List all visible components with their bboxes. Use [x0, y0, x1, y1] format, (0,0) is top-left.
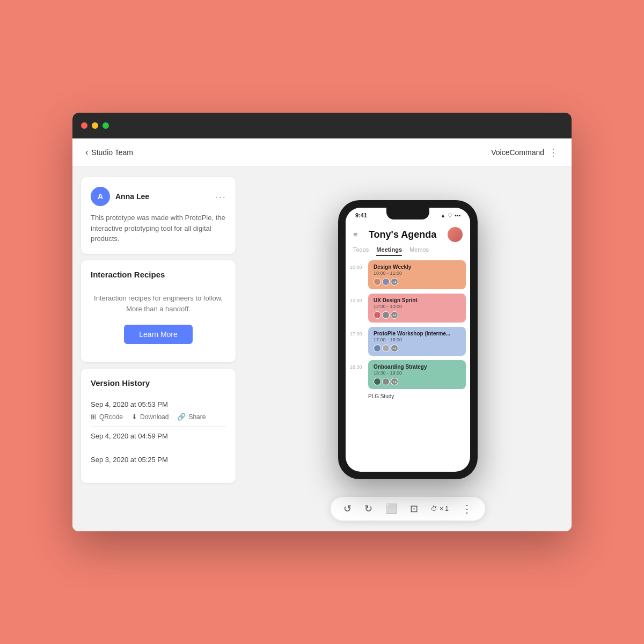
zoom-control[interactable]: ⏱ × 1: [431, 505, 449, 513]
event-time-3: 17:00 - 18:00: [374, 337, 460, 342]
schedule-row-2: 12:00 UX Design Sprint 12:00 - 13:00 +4: [346, 291, 470, 325]
redo-icon[interactable]: ↻: [364, 503, 372, 515]
event-design-weekly[interactable]: Design Weekly 10:00 - 11:00 +4: [368, 260, 466, 289]
event-avatar: [374, 311, 381, 319]
phone-screen: 9:41 ▲ ♡ ▪▪▪ ≡ Tony's Agenda: [346, 208, 470, 472]
phone-user-avatar: [448, 227, 463, 242]
minimize-dot[interactable]: [92, 122, 98, 129]
time-label-2: 12:00: [350, 294, 366, 303]
agenda-title: Tony's Agenda: [369, 229, 436, 240]
sidebar: A Anna Lee ··· This prototype was made w…: [72, 166, 244, 531]
maximize-dot[interactable]: [103, 122, 109, 129]
phone-container: 9:41 ▲ ♡ ▪▪▪ ≡ Tony's Agenda: [338, 182, 478, 497]
event-avatar: [382, 311, 390, 319]
time-label-4: 18:30: [350, 360, 366, 370]
frame-icon[interactable]: ⬜: [385, 503, 397, 515]
share-action[interactable]: 🔗 Share: [177, 413, 206, 421]
download-icon: ⬇: [131, 413, 137, 421]
project-name: VoiceCommand: [491, 148, 544, 157]
recipes-description: Interaction recipes for engineers to fol…: [91, 293, 226, 316]
qrcode-label: QRcode: [99, 413, 123, 421]
time-label-1: 10:00: [350, 260, 366, 270]
user-description: This prototype was made with ProtoPie, t…: [91, 213, 226, 244]
toolbar-more-icon[interactable]: ⋮: [462, 502, 472, 515]
plg-label: PLG Study: [368, 393, 394, 399]
schedule-row-1: 10:00 Design Weekly 10:00 - 11:00 +4: [346, 258, 470, 291]
event-count-3: +4: [391, 345, 398, 352]
user-card-header: A Anna Lee ···: [91, 187, 226, 206]
download-label: Download: [140, 413, 169, 421]
version-history-title: Version History: [91, 378, 226, 387]
event-avatar: [382, 378, 390, 385]
qrcode-icon: ⊞: [91, 413, 97, 421]
event-avatars-3: +4: [374, 345, 460, 352]
schedule-row-4: 18:30 Onboarding Strategy 18:30 - 19:00 …: [346, 358, 470, 391]
event-avatar: [374, 378, 381, 385]
learn-more-button[interactable]: Learn More: [124, 325, 193, 344]
event-onboarding[interactable]: Onboarding Strategy 18:30 - 19:00 +4: [368, 360, 466, 389]
browser-titlebar: [72, 113, 572, 138]
user-info: A Anna Lee: [91, 187, 149, 206]
event-time-4: 18:30 - 19:00: [374, 370, 460, 376]
zoom-label: × 1: [440, 505, 449, 513]
app-body: A Anna Lee ··· This prototype was made w…: [72, 166, 572, 531]
clock-icon: ⏱: [431, 505, 437, 513]
event-title-4: Onboarding Strategy: [374, 364, 460, 370]
qrcode-action[interactable]: ⊞ QRcode: [91, 413, 123, 421]
phone-app-header: ≡ Tony's Agenda: [346, 223, 470, 242]
hamburger-icon: ≡: [353, 230, 357, 239]
event-time-1: 10:00 - 11:00: [374, 270, 460, 276]
header-right: VoiceCommand ⋮: [491, 147, 559, 158]
event-avatars-2: +4: [374, 311, 460, 319]
project-menu-icon[interactable]: ⋮: [548, 147, 559, 158]
recipes-body: Interaction recipes for engineers to fol…: [91, 288, 226, 353]
replay-icon[interactable]: ↺: [343, 503, 352, 515]
plg-row: PLG Study: [346, 391, 470, 401]
phone-mockup: 9:41 ▲ ♡ ▪▪▪ ≡ Tony's Agenda: [338, 200, 478, 479]
preview-toolbar: ↺ ↻ ⬜ ⊡ ⏱ × 1 ⋮: [331, 497, 485, 521]
event-ux-sprint[interactable]: UX Design Sprint 12:00 - 13:00 +4: [368, 294, 466, 323]
share-label: Share: [188, 413, 206, 421]
back-nav[interactable]: ‹ Studio Team: [85, 148, 133, 157]
event-avatar: [374, 278, 381, 286]
browser-window: ‹ Studio Team VoiceCommand ⋮ A Anna Lee: [72, 113, 572, 531]
download-action[interactable]: ⬇ Download: [131, 413, 169, 421]
version-date-1: Sep 4, 2020 at 05:53 PM: [91, 400, 226, 408]
app-content: ‹ Studio Team VoiceCommand ⋮ A Anna Lee: [72, 138, 572, 531]
recipes-title: Interaction Recipes: [91, 270, 226, 279]
event-title-2: UX Design Sprint: [374, 297, 460, 303]
close-dot[interactable]: [81, 122, 87, 129]
phone-notch: [386, 208, 429, 219]
version-date-3: Sep 3, 2020 at 05:25 PM: [91, 456, 226, 464]
event-title-1: Design Weekly: [374, 264, 460, 270]
fullscreen-icon[interactable]: ⊡: [410, 503, 418, 515]
share-icon: 🔗: [177, 413, 186, 421]
version-item-1: Sep 4, 2020 at 05:53 PM ⊞ QRcode ⬇ Downl…: [91, 395, 226, 427]
tab-memos[interactable]: Memos: [409, 246, 429, 256]
phone-tabs: Todos Meetings Memos: [346, 242, 470, 256]
event-avatar: [382, 345, 390, 352]
phone-time: 9:41: [355, 212, 367, 218]
wifi-icon: ♡: [448, 213, 452, 218]
back-arrow-icon: ‹: [85, 148, 88, 157]
event-avatar: [374, 345, 381, 352]
event-count-4: +4: [391, 378, 398, 385]
user-card-menu-icon[interactable]: ···: [215, 191, 226, 203]
avatar: A: [91, 187, 110, 206]
user-card: A Anna Lee ··· This prototype was made w…: [81, 177, 236, 254]
recipes-card: Interaction Recipes Interaction recipes …: [81, 260, 236, 363]
event-protopie-workshop[interactable]: ProtoPie Workshop (Interme... 17:00 - 18…: [368, 327, 466, 356]
event-count-2: +4: [391, 311, 398, 319]
signal-icon: ▲: [440, 213, 445, 218]
version-date-2: Sep 4, 2020 at 04:59 PM: [91, 432, 226, 440]
version-item-3: Sep 3, 2020 at 05:25 PM: [91, 450, 226, 473]
version-item-2: Sep 4, 2020 at 04:59 PM: [91, 427, 226, 450]
event-count-1: +4: [391, 278, 398, 286]
tab-meetings[interactable]: Meetings: [376, 246, 402, 256]
version-actions-1: ⊞ QRcode ⬇ Download 🔗 Share: [91, 413, 226, 421]
user-name: Anna Lee: [115, 192, 149, 201]
tab-todos[interactable]: Todos: [353, 246, 369, 256]
event-avatar: [382, 278, 390, 286]
event-avatars-1: +4: [374, 278, 460, 286]
schedule-row-3: 17:00 ProtoPie Workshop (Interme... 17:0…: [346, 325, 470, 358]
